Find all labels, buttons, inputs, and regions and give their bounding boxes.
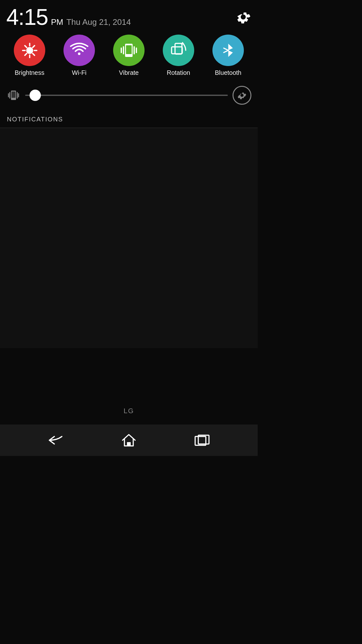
rotation-label: Rotation <box>167 69 190 76</box>
slider-settings-button[interactable] <box>233 86 251 105</box>
svg-rect-21 <box>12 92 15 98</box>
svg-line-7 <box>33 46 35 47</box>
quick-toggles-section: Brightness Wi-Fi <box>0 31 258 81</box>
brightness-circle <box>14 35 45 66</box>
svg-line-6 <box>33 53 35 55</box>
settings-gear-button[interactable] <box>235 9 251 25</box>
notifications-header: NOTIFICATIONS <box>0 109 258 128</box>
svg-rect-15 <box>175 43 182 54</box>
back-button[interactable] <box>47 434 64 447</box>
wifi-toggle[interactable]: Wi-Fi <box>63 35 95 76</box>
svg-point-0 <box>26 47 33 54</box>
brightness-slider-row <box>0 81 258 109</box>
svg-line-18 <box>224 48 228 50</box>
clock-ampm: PM <box>51 17 63 27</box>
wifi-label: Wi-Fi <box>72 69 87 76</box>
slider-track <box>25 95 228 96</box>
rotation-circle <box>163 35 194 66</box>
vibrate-label: Vibrate <box>119 69 139 76</box>
navigation-bar <box>0 425 258 456</box>
svg-line-19 <box>224 50 228 53</box>
svg-rect-10 <box>126 45 132 54</box>
wifi-circle <box>63 35 95 66</box>
vibrate-circle <box>113 35 145 66</box>
brightness-slider[interactable] <box>25 94 228 97</box>
time-section: 4:15 PM Thu Aug 21, 2014 <box>6 6 131 28</box>
brightness-label: Brightness <box>15 69 45 76</box>
clock-time: 4:15 <box>6 6 48 28</box>
brightness-toggle[interactable]: Brightness <box>14 35 45 76</box>
vibrate-icon-small <box>6 88 20 103</box>
vibrate-toggle[interactable]: Vibrate <box>113 35 145 76</box>
recents-button[interactable] <box>194 434 210 447</box>
bluetooth-label: Bluetooth <box>215 69 242 76</box>
svg-line-5 <box>25 46 27 47</box>
date-display: Thu Aug 21, 2014 <box>66 17 131 27</box>
bluetooth-circle <box>212 35 244 66</box>
notifications-area <box>0 128 258 348</box>
rotation-toggle[interactable]: Rotation <box>163 35 194 76</box>
slider-thumb[interactable] <box>30 90 41 101</box>
svg-rect-16 <box>172 47 182 54</box>
svg-line-8 <box>25 53 27 55</box>
bluetooth-toggle[interactable]: Bluetooth <box>212 35 244 76</box>
svg-rect-26 <box>127 442 131 446</box>
home-button[interactable] <box>121 433 136 447</box>
status-bar: 4:15 PM Thu Aug 21, 2014 <box>0 0 258 31</box>
brand-label: LG <box>123 407 134 415</box>
